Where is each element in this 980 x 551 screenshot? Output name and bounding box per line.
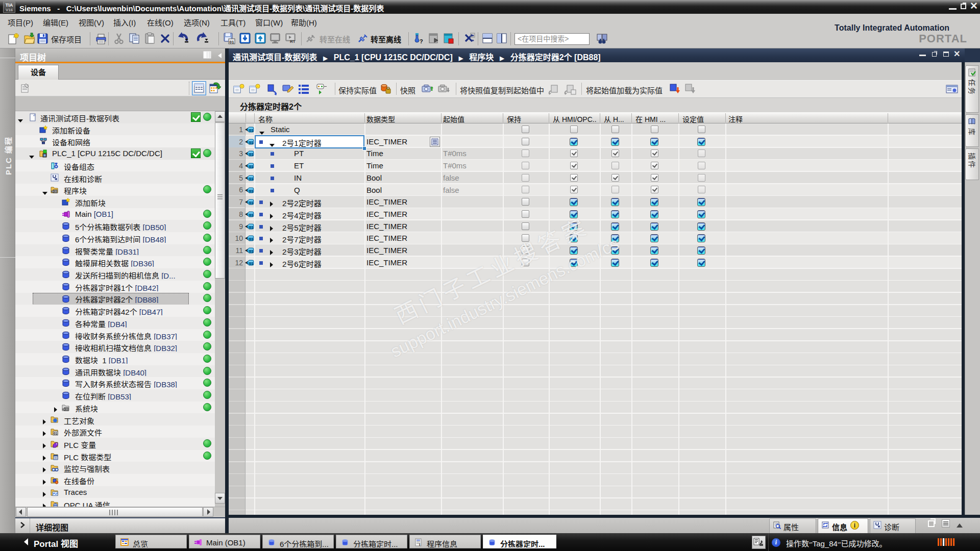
- svg-text:01: 01: [249, 152, 253, 157]
- svg-text:01: 01: [249, 177, 253, 181]
- svg-text:RT: RT: [290, 39, 296, 44]
- svg-text:?: ?: [420, 38, 423, 44]
- svg-text:01: 01: [230, 40, 234, 44]
- svg-text:01: 01: [249, 261, 253, 266]
- svg-text:i: i: [419, 542, 420, 546]
- svg-text:01: 01: [54, 432, 58, 435]
- svg-text:01: 01: [249, 213, 253, 217]
- svg-text:01: 01: [249, 140, 253, 145]
- svg-text:01: 01: [249, 225, 253, 230]
- svg-text:01: 01: [249, 249, 253, 254]
- svg-text:01: 01: [249, 164, 253, 169]
- svg-text:01: 01: [249, 237, 253, 241]
- svg-text:01: 01: [249, 128, 253, 133]
- svg-text:01: 01: [249, 189, 253, 193]
- svg-text:01: 01: [249, 201, 253, 205]
